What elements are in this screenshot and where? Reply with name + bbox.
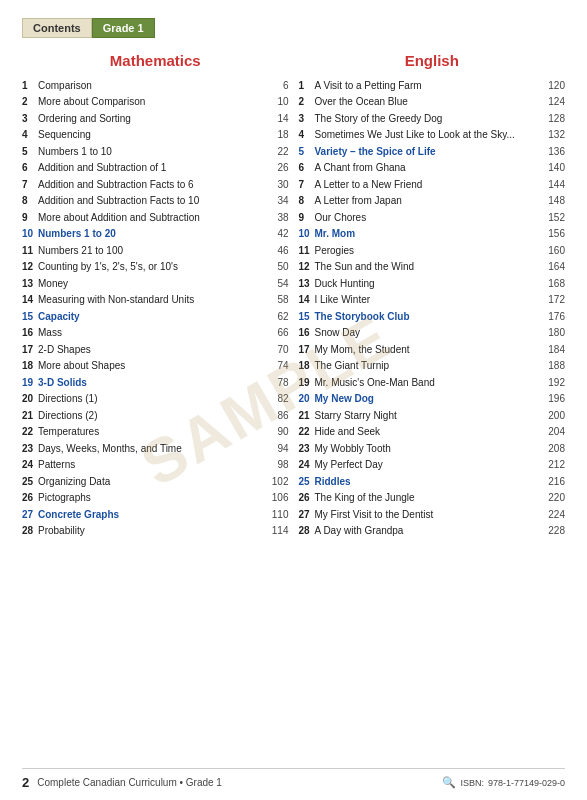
toc-text: Days, Weeks, Months, and Time xyxy=(38,442,267,456)
toc-num: 13 xyxy=(22,277,38,291)
toc-page: 90 xyxy=(267,425,289,439)
toc-num: 18 xyxy=(22,359,38,373)
toc-num: 18 xyxy=(299,359,315,373)
toc-text: Concrete Graphs xyxy=(38,508,267,522)
math-title: Mathematics xyxy=(22,52,289,69)
toc-page: 124 xyxy=(543,95,565,109)
table-row: 11 Perogies 160 xyxy=(299,242,566,259)
table-row: 21 Directions (2) 86 xyxy=(22,407,289,424)
english-title: English xyxy=(299,52,566,69)
table-row: 3 Ordering and Sorting 14 xyxy=(22,110,289,127)
isbn-icon: 🔍 xyxy=(442,776,456,789)
table-row: 10 Numbers 1 to 20 42 xyxy=(22,226,289,243)
toc-page: 74 xyxy=(267,359,289,373)
toc-page: 26 xyxy=(267,161,289,175)
toc-text: Over the Ocean Blue xyxy=(315,95,544,109)
toc-text: Starry Starry Night xyxy=(315,409,544,423)
toc-text: A Letter to a New Friend xyxy=(315,178,544,192)
table-row: 28 A Day with Grandpa 228 xyxy=(299,523,566,540)
toc-num: 28 xyxy=(299,524,315,538)
toc-text: Mr. Mom xyxy=(315,227,544,241)
toc-num: 26 xyxy=(299,491,315,505)
toc-num: 6 xyxy=(22,161,38,175)
toc-num: 5 xyxy=(22,145,38,159)
toc-text: Riddles xyxy=(315,475,544,489)
toc-num: 17 xyxy=(299,343,315,357)
toc-page: 168 xyxy=(543,277,565,291)
table-row: 4 Sequencing 18 xyxy=(22,127,289,144)
toc-num: 27 xyxy=(299,508,315,522)
toc-page: 22 xyxy=(267,145,289,159)
toc-text: Sequencing xyxy=(38,128,267,142)
toc-page: 184 xyxy=(543,343,565,357)
table-row: 25 Organizing Data 102 xyxy=(22,473,289,490)
toc-page: 14 xyxy=(267,112,289,126)
toc-page: 160 xyxy=(543,244,565,258)
table-row: 1 A Visit to a Petting Farm 120 xyxy=(299,77,566,94)
toc-text: The King of the Jungle xyxy=(315,491,544,505)
toc-page: 10 xyxy=(267,95,289,109)
table-row: 5 Variety – the Spice of Life 136 xyxy=(299,143,566,160)
header-bar: Contents Grade 1 xyxy=(22,18,565,38)
toc-text: Snow Day xyxy=(315,326,544,340)
math-toc-list: 1 Comparison 6 2 More about Comparison 1… xyxy=(22,77,289,539)
toc-page: 220 xyxy=(543,491,565,505)
toc-page: 212 xyxy=(543,458,565,472)
toc-text: Counting by 1's, 2's, 5's, or 10's xyxy=(38,260,267,274)
math-column: Mathematics 1 Comparison 6 2 More about … xyxy=(22,52,289,539)
toc-text: A Chant from Ghana xyxy=(315,161,544,175)
toc-page: 140 xyxy=(543,161,565,175)
table-row: 21 Starry Starry Night 200 xyxy=(299,407,566,424)
toc-text: My Perfect Day xyxy=(315,458,544,472)
toc-num: 24 xyxy=(22,458,38,472)
table-row: 24 My Perfect Day 212 xyxy=(299,457,566,474)
toc-text: Mass xyxy=(38,326,267,340)
table-row: 19 Mr. Music's One-Man Band 192 xyxy=(299,374,566,391)
table-row: 1 Comparison 6 xyxy=(22,77,289,94)
toc-num: 15 xyxy=(299,310,315,324)
table-row: 20 Directions (1) 82 xyxy=(22,391,289,408)
toc-text: The Storybook Club xyxy=(315,310,544,324)
toc-page: 228 xyxy=(543,524,565,538)
toc-num: 20 xyxy=(22,392,38,406)
toc-num: 25 xyxy=(299,475,315,489)
table-row: 7 Addition and Subtraction Facts to 6 30 xyxy=(22,176,289,193)
toc-page: 204 xyxy=(543,425,565,439)
toc-text: Pictographs xyxy=(38,491,267,505)
toc-num: 16 xyxy=(22,326,38,340)
toc-num: 7 xyxy=(299,178,315,192)
toc-num: 8 xyxy=(299,194,315,208)
table-row: 5 Numbers 1 to 10 22 xyxy=(22,143,289,160)
toc-page: 102 xyxy=(267,475,289,489)
toc-page: 34 xyxy=(267,194,289,208)
table-row: 12 Counting by 1's, 2's, 5's, or 10's 50 xyxy=(22,259,289,276)
table-row: 6 Addition and Subtraction of 1 26 xyxy=(22,160,289,177)
toc-page: 180 xyxy=(543,326,565,340)
toc-page: 70 xyxy=(267,343,289,357)
toc-text: Directions (2) xyxy=(38,409,267,423)
toc-page: 62 xyxy=(267,310,289,324)
toc-page: 216 xyxy=(543,475,565,489)
toc-num: 9 xyxy=(22,211,38,225)
toc-num: 27 xyxy=(22,508,38,522)
english-column: English 1 A Visit to a Petting Farm 120 … xyxy=(299,52,566,539)
toc-text: Directions (1) xyxy=(38,392,267,406)
toc-page: 192 xyxy=(543,376,565,390)
toc-text: Organizing Data xyxy=(38,475,267,489)
table-row: 4 Sometimes We Just Like to Look at the … xyxy=(299,127,566,144)
toc-page: 164 xyxy=(543,260,565,274)
table-row: 9 More about Addition and Subtraction 38 xyxy=(22,209,289,226)
grade-label: Grade 1 xyxy=(92,18,155,38)
toc-num: 3 xyxy=(299,112,315,126)
table-row: 17 My Mom, the Student 184 xyxy=(299,341,566,358)
toc-num: 14 xyxy=(22,293,38,307)
table-row: 18 More about Shapes 74 xyxy=(22,358,289,375)
toc-num: 22 xyxy=(299,425,315,439)
toc-text: Comparison xyxy=(38,79,267,93)
toc-text: Addition and Subtraction Facts to 10 xyxy=(38,194,267,208)
toc-page: 200 xyxy=(543,409,565,423)
table-row: 16 Mass 66 xyxy=(22,325,289,342)
toc-text: Mr. Music's One-Man Band xyxy=(315,376,544,390)
toc-num: 12 xyxy=(22,260,38,274)
table-row: 8 Addition and Subtraction Facts to 10 3… xyxy=(22,193,289,210)
